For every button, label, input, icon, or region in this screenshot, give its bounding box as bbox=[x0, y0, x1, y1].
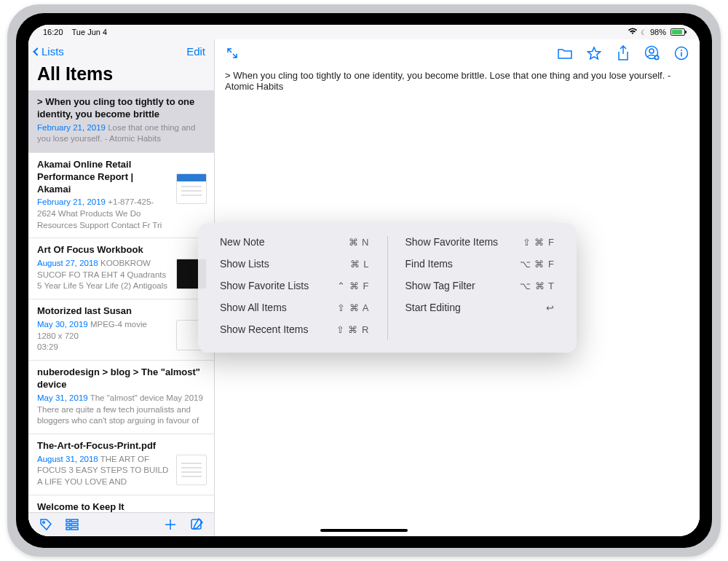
chevron-left-icon bbox=[33, 47, 41, 55]
item-title: > When you cling too tightly to one iden… bbox=[37, 96, 205, 121]
back-label: Lists bbox=[41, 45, 64, 58]
svg-rect-4 bbox=[71, 524, 78, 526]
status-bar: 16:20 Tue Jun 4 ☾ 98% bbox=[28, 25, 700, 39]
divider bbox=[387, 236, 388, 340]
device-bezel: 16:20 Tue Jun 4 ☾ 98% bbox=[16, 13, 712, 548]
svg-rect-7 bbox=[191, 519, 201, 529]
list-item[interactable]: The-Art-of-Focus-Print.pdf August 31, 20… bbox=[28, 434, 214, 495]
item-subtitle: February 21, 2019 Lose that one thing an… bbox=[37, 122, 205, 145]
list-item[interactable]: Art Of Focus Workbook August 27, 2018 KO… bbox=[28, 238, 214, 299]
thumbnail bbox=[176, 173, 207, 204]
list-item[interactable]: Welcome to Keep It Today at 15:57 Useful… bbox=[28, 495, 214, 512]
svg-point-12 bbox=[681, 50, 682, 51]
back-button[interactable]: Lists bbox=[34, 45, 64, 58]
svg-rect-3 bbox=[66, 524, 70, 526]
dnd-icon: ☾ bbox=[641, 28, 647, 36]
svg-point-9 bbox=[649, 49, 654, 53]
svg-rect-1 bbox=[66, 519, 70, 522]
item-title: nuberodesign > blog > The "almost" devic… bbox=[37, 366, 205, 391]
shortcut-row[interactable]: Show Tag Filter⌥ ⌘ T bbox=[405, 280, 555, 291]
status-time: 16:20 bbox=[43, 28, 63, 36]
tag-button[interactable] bbox=[39, 517, 53, 532]
compose-button[interactable] bbox=[189, 517, 204, 532]
shortcut-row[interactable]: Show Favorite Lists⌃ ⌘ F bbox=[220, 280, 370, 291]
shortcut-row[interactable]: Show Lists⌘ L bbox=[220, 258, 370, 270]
folder-button[interactable] bbox=[557, 45, 573, 61]
shortcut-row[interactable]: Show Favorite Items⇧ ⌘ F bbox=[405, 236, 555, 248]
list-item[interactable]: > When you cling too tightly to one iden… bbox=[28, 90, 214, 153]
status-time-date: 16:20 Tue Jun 4 bbox=[43, 28, 107, 36]
sidebar-nav: Lists Edit bbox=[28, 39, 214, 62]
shortcut-row[interactable]: Find Items⌥ ⌘ F bbox=[405, 258, 555, 270]
edit-button[interactable]: Edit bbox=[186, 45, 205, 58]
battery-icon bbox=[670, 28, 685, 36]
info-button[interactable] bbox=[673, 45, 689, 61]
battery-percent: 98% bbox=[650, 28, 666, 36]
item-title: Motorized last Susan bbox=[37, 305, 205, 318]
main-toolbar bbox=[215, 39, 700, 67]
svg-rect-13 bbox=[681, 52, 682, 57]
favorite-button[interactable] bbox=[586, 45, 602, 61]
shortcut-row[interactable]: Show All Items⇧ ⌘ A bbox=[220, 302, 370, 313]
shortcut-row[interactable]: Start Editing↩ bbox=[405, 302, 555, 313]
thumbnail bbox=[176, 455, 207, 485]
item-subtitle: May 31, 2019 The "almost" device May 201… bbox=[37, 393, 205, 426]
account-button[interactable] bbox=[644, 45, 660, 61]
share-button[interactable] bbox=[615, 45, 631, 61]
shortcut-column-right: Show Favorite Items⇧ ⌘ F Find Items⌥ ⌘ F… bbox=[405, 236, 555, 340]
list-item[interactable]: Motorized last Susan May 30, 2019 MPEG-4… bbox=[28, 299, 214, 361]
status-date: Tue Jun 4 bbox=[72, 28, 108, 36]
expand-button[interactable] bbox=[225, 46, 240, 60]
wifi-icon bbox=[628, 28, 638, 36]
sidebar: Lists Edit All Items > When you cling to… bbox=[28, 39, 215, 536]
home-indicator[interactable] bbox=[320, 529, 408, 532]
item-title: The-Art-of-Focus-Print.pdf bbox=[37, 440, 205, 452]
item-list[interactable]: > When you cling too tightly to one iden… bbox=[28, 90, 214, 512]
add-button[interactable] bbox=[163, 517, 178, 532]
shortcut-row[interactable]: New Note⌘ N bbox=[220, 236, 370, 248]
svg-rect-5 bbox=[66, 527, 70, 530]
list-item[interactable]: Akamai Online Retail Performance Report … bbox=[28, 153, 214, 239]
screen: 16:20 Tue Jun 4 ☾ 98% bbox=[28, 25, 700, 536]
list-item[interactable]: nuberodesign > blog > The "almost" devic… bbox=[28, 361, 214, 434]
device-frame: 16:20 Tue Jun 4 ☾ 98% bbox=[7, 4, 721, 557]
list-view-button[interactable] bbox=[65, 517, 79, 532]
shortcut-overlay: New Note⌘ N Show Lists⌘ L Show Favorite … bbox=[198, 223, 577, 353]
svg-rect-2 bbox=[71, 519, 78, 522]
item-title: Art Of Focus Workbook bbox=[37, 244, 205, 256]
svg-point-0 bbox=[43, 522, 45, 524]
page-title: All Items bbox=[28, 62, 214, 90]
shortcut-row[interactable]: Show Recent Items⇧ ⌘ R bbox=[220, 323, 370, 335]
shortcut-column-left: New Note⌘ N Show Lists⌘ L Show Favorite … bbox=[220, 236, 370, 340]
item-title: Welcome to Keep It bbox=[37, 501, 205, 512]
svg-rect-6 bbox=[71, 527, 78, 530]
note-content[interactable]: > When you cling too tightly to one iden… bbox=[215, 67, 700, 95]
sidebar-toolbar bbox=[28, 512, 214, 536]
